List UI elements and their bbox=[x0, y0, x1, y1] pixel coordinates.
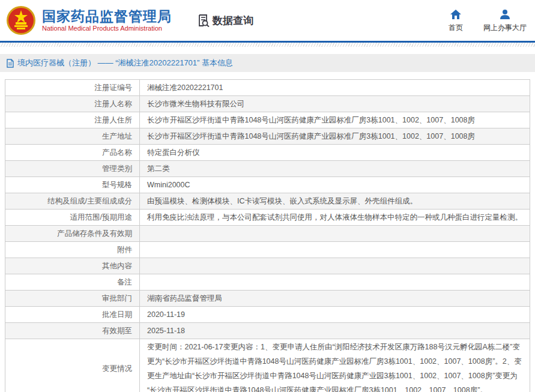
row-label: 生产地址 bbox=[5, 128, 140, 144]
row-label-text: 注册人住所 bbox=[95, 113, 133, 127]
breadcrumb-text: 境内医疗器械（注册） —— “湘械注准20202221701” 基本信息 bbox=[17, 58, 233, 68]
row-value: 特定蛋白分析仪 bbox=[140, 145, 530, 160]
table-row: 适用范围/预期用途 利用免疫比浊法原理，与本公司配套试剂共同使用，对人体液体生物… bbox=[5, 210, 530, 226]
row-label-text: 变更情况 bbox=[102, 361, 132, 376]
home-icon bbox=[450, 8, 462, 20]
row-value: 利用免疫比浊法原理，与本公司配套试剂共同使用，对人体液体生物样本中特定的一种或几… bbox=[140, 210, 530, 225]
row-label: 有效期至 bbox=[5, 323, 140, 339]
table-row: 审批部门 湖南省药品监督管理局 bbox=[5, 291, 530, 307]
table-row: 注册人名称 长沙市微米生物科技有限公司 bbox=[5, 96, 530, 112]
table-row: 产品名称 特定蛋白分析仪 bbox=[5, 145, 530, 161]
row-label: 注册人名称 bbox=[5, 96, 140, 112]
row-label-text: 其他内容 bbox=[102, 259, 132, 273]
row-label-text: 审批部门 bbox=[102, 291, 132, 306]
row-value: 湖南省药品监督管理局 bbox=[140, 291, 530, 306]
top-nav: 首页 网上办事大厅 bbox=[449, 8, 527, 33]
row-label-text: 适用范围/预期用途 bbox=[70, 210, 132, 225]
data-query-label: 数据查询 bbox=[213, 14, 253, 28]
registration-info-table: 注册证编号 湘械注准20202221701 注册人名称 长沙市微米生物科技有限公… bbox=[5, 79, 530, 392]
row-label-text: 有效期至 bbox=[102, 324, 132, 338]
row-value bbox=[140, 226, 530, 241]
row-label: 附件 bbox=[5, 242, 140, 258]
table-row: 型号规格 Wmini2000C bbox=[5, 177, 530, 193]
agency-brand: 国家药品监督管理局 National Medical Products Admi… bbox=[42, 8, 172, 32]
table-row: 结构及组成/主要组成成分 由预温模块、检测体模块、IC卡读写模块、嵌入式系统及显… bbox=[5, 193, 530, 210]
table-row: 注册证编号 湘械注准20202221701 bbox=[5, 80, 530, 96]
row-label-text: 备注 bbox=[117, 275, 132, 289]
person-icon bbox=[499, 8, 511, 20]
row-label: 注册证编号 bbox=[5, 80, 140, 95]
nav-service-hall-label: 网上办事大厅 bbox=[483, 23, 527, 33]
document-search-icon bbox=[197, 14, 210, 27]
table-row: 批准日期 2020-11-19 bbox=[5, 307, 530, 323]
row-label: 管理类别 bbox=[5, 161, 140, 176]
row-value: Wmini2000C bbox=[140, 177, 530, 193]
site-header: 国家药品监督管理局 National Medical Products Admi… bbox=[0, 0, 535, 41]
table-row: 变更情况 变更时间：2021-06-17变更内容：1、变更申请人住所由“浏阳经济… bbox=[5, 339, 530, 392]
row-label-text: 附件 bbox=[117, 243, 132, 257]
row-value bbox=[140, 242, 530, 258]
row-label: 产品名称 bbox=[5, 145, 140, 160]
row-label-text: 产品储存条件及有效期 bbox=[57, 226, 132, 241]
row-value: 2025-11-18 bbox=[140, 323, 530, 339]
row-label: 变更情况 bbox=[5, 339, 140, 392]
row-value: 变更时间：2021-06-17变更内容：1、变更申请人住所由“浏阳经济技术开发区… bbox=[140, 339, 530, 392]
table-row: 有效期至 2025-11-18 bbox=[5, 323, 530, 339]
national-emblem-logo bbox=[6, 5, 36, 35]
document-icon bbox=[6, 59, 14, 68]
breadcrumb: 境内医疗器械（注册） —— “湘械注准20202221701” 基本信息 bbox=[0, 54, 535, 72]
data-query-section[interactable]: 数据查询 bbox=[197, 14, 253, 28]
agency-name-cn: 国家药品监督管理局 bbox=[42, 8, 172, 24]
table-row: 其他内容 bbox=[5, 258, 530, 274]
row-value: 长沙市微米生物科技有限公司 bbox=[140, 96, 530, 112]
table-row: 生产地址 长沙市开福区沙坪街道中青路1048号山河医药健康产业园标准厂房3栋10… bbox=[5, 128, 530, 145]
row-value: 由预温模块、检测体模块、IC卡读写模块、嵌入式系统及显示屏、外壳组件组成。 bbox=[140, 193, 530, 209]
row-value: 2020-11-19 bbox=[140, 307, 530, 322]
row-value bbox=[140, 258, 530, 274]
row-label-text: 注册人名称 bbox=[95, 97, 133, 111]
row-value: 第二类 bbox=[140, 161, 530, 176]
row-label-text: 产品名称 bbox=[102, 145, 132, 160]
row-label: 结构及组成/主要组成成分 bbox=[5, 193, 140, 209]
row-value: 湘械注准20202221701 bbox=[140, 80, 530, 95]
agency-name-en: National Medical Products Administration bbox=[42, 24, 172, 32]
table-row: 注册人住所 长沙市开福区沙坪街道中青路1048号山河医药健康产业园标准厂房3栋1… bbox=[5, 112, 530, 128]
row-label: 型号规格 bbox=[5, 177, 140, 193]
row-label-text: 结构及组成/主要组成成分 bbox=[47, 194, 132, 208]
row-value bbox=[140, 274, 530, 290]
row-label: 产品储存条件及有效期 bbox=[5, 226, 140, 241]
table-row: 备注 bbox=[5, 274, 530, 291]
table-row: 附件 bbox=[5, 242, 530, 258]
row-label: 适用范围/预期用途 bbox=[5, 210, 140, 225]
row-value: 长沙市开福区沙坪街道中青路1048号山河医药健康产业园标准厂房3栋1001、10… bbox=[140, 128, 530, 144]
row-label: 审批部门 bbox=[5, 291, 140, 306]
row-label: 备注 bbox=[5, 274, 140, 290]
row-label-text: 管理类别 bbox=[102, 161, 132, 176]
hatched-strip bbox=[0, 43, 535, 47]
nav-home-label: 首页 bbox=[449, 23, 463, 33]
row-label: 其他内容 bbox=[5, 258, 140, 274]
table-row: 产品储存条件及有效期 bbox=[5, 226, 530, 242]
nav-home[interactable]: 首页 bbox=[449, 8, 463, 33]
row-value: 长沙市开福区沙坪街道中青路1048号山河医药健康产业园标准厂房3栋1001、10… bbox=[140, 112, 530, 128]
row-label: 注册人住所 bbox=[5, 112, 140, 128]
row-label-text: 生产地址 bbox=[102, 129, 132, 143]
row-label-text: 批准日期 bbox=[102, 307, 132, 322]
table-row: 管理类别 第二类 bbox=[5, 161, 530, 177]
row-label-text: 注册证编号 bbox=[95, 80, 133, 95]
row-label: 批准日期 bbox=[5, 307, 140, 322]
nav-service-hall[interactable]: 网上办事大厅 bbox=[483, 8, 527, 33]
row-label-text: 型号规格 bbox=[102, 178, 132, 192]
